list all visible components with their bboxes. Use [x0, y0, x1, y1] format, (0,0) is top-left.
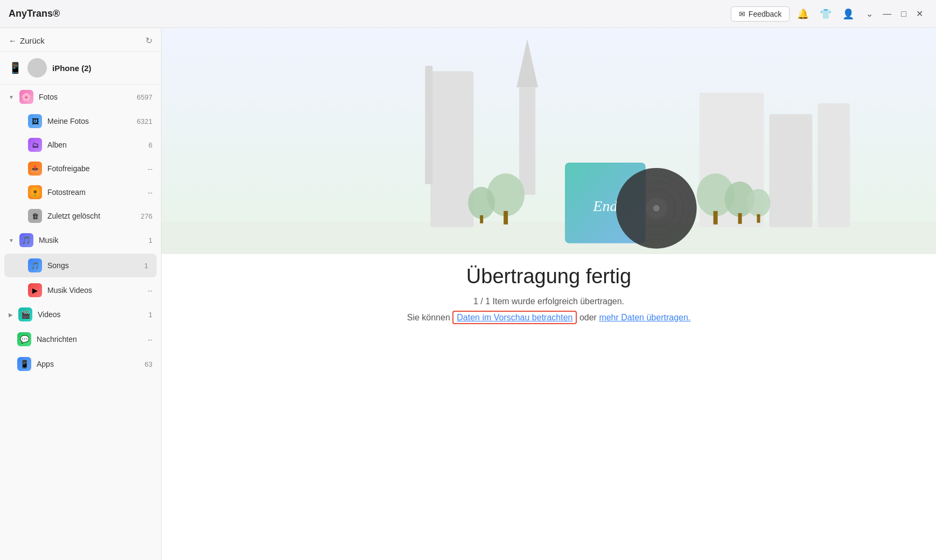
svg-rect-16: [738, 213, 742, 224]
svg-rect-8: [818, 103, 850, 227]
zuletzt-geloescht-icon: 🗑: [28, 209, 42, 223]
sub-item-fotofreigabe[interactable]: 📤 Fotofreigabe --: [0, 157, 161, 180]
category-fotos-item[interactable]: ▼ 🌸 Fotos 6597: [0, 85, 161, 109]
success-title: Übertragung fertig: [466, 265, 631, 288]
svg-text:End: End: [592, 198, 618, 214]
minimize-button[interactable]: —: [878, 6, 896, 21]
category-fotos: ▼ 🌸 Fotos 6597 🖼 Meine Fotos 6321 🗂 Albe…: [0, 85, 161, 228]
fotos-label: Fotos: [39, 93, 58, 101]
nachrichten-icon: 💬: [17, 332, 31, 346]
category-musik-item[interactable]: ▼ 🎵 Musik 1: [0, 228, 161, 253]
sub-item-fotostream[interactable]: 🌻 Fotostream --: [0, 180, 161, 204]
svg-point-17: [746, 189, 770, 217]
app-title: AnyTrans®: [9, 8, 60, 19]
svg-rect-2: [430, 71, 473, 227]
close-button[interactable]: ✕: [912, 6, 927, 21]
category-apps-item[interactable]: 📱 Apps 63: [0, 352, 161, 376]
svg-rect-12: [480, 215, 483, 223]
fotostream-icon: 🌻: [28, 185, 42, 199]
more-data-link[interactable]: mehr Daten übertragen.: [599, 313, 690, 322]
fotos-icon: 🌸: [19, 90, 33, 104]
alben-icon: 🗂: [28, 138, 42, 152]
videos-count: 1: [149, 311, 152, 319]
songs-label: Songs: [47, 261, 69, 270]
songs-count: 1: [144, 262, 148, 270]
title-bar-right: ✉ Feedback 🔔 👕 👤 ⌄ — □ ✕: [731, 6, 927, 22]
svg-point-11: [468, 187, 495, 219]
category-videos-left: ▶ 🎬 Videos: [9, 307, 61, 321]
mail-icon: ✉: [739, 10, 745, 18]
musik-count: 1: [149, 236, 152, 244]
bell-icon-button[interactable]: 🔔: [794, 6, 812, 22]
category-apps: 📱 Apps 63: [0, 352, 161, 376]
videos-label: Videos: [38, 310, 61, 319]
sub-left-fotofreigabe: 📤 Fotofreigabe: [28, 162, 90, 176]
user-icon-button[interactable]: 👤: [839, 6, 857, 22]
sub-item-musik-videos[interactable]: ▶ Musik Videos --: [0, 278, 161, 302]
apps-label: Apps: [37, 360, 54, 368]
back-arrow-icon: ←: [9, 36, 17, 45]
fotostream-label: Fotostream: [47, 188, 86, 197]
category-musik-left: ▼ 🎵 Musik: [9, 233, 58, 247]
sub-left-musik-videos: ▶ Musik Videos: [28, 283, 92, 297]
feedback-label: Feedback: [749, 10, 781, 18]
apps-icon: 📱: [17, 357, 31, 371]
svg-rect-7: [769, 114, 812, 227]
sub-left-fotostream: 🌻 Fotostream: [28, 185, 86, 199]
meine-fotos-count: 6321: [137, 117, 152, 125]
category-musik: ▼ 🎵 Musik 1 🎵 Songs 1 ▶ Musik Videos --: [0, 228, 161, 302]
sub-item-meine-fotos[interactable]: 🖼 Meine Fotos 6321: [0, 109, 161, 133]
songs-icon: 🎵: [28, 258, 42, 272]
musik-videos-icon: ▶: [28, 283, 42, 297]
zuletzt-geloescht-count: 276: [141, 212, 152, 220]
musik-videos-count: --: [148, 286, 152, 295]
preview-link[interactable]: Daten im Vorschau betrachten: [452, 311, 577, 324]
category-videos-item[interactable]: ▶ 🎬 Videos 1: [0, 302, 161, 327]
sub-item-alben[interactable]: 🗂 Alben 6: [0, 133, 161, 157]
content-area: ✕: [162, 28, 936, 560]
musik-icon: 🎵: [19, 233, 33, 247]
fotofreigabe-icon: 📤: [28, 162, 42, 176]
phone-icon: 📱: [9, 61, 22, 74]
sub-item-songs[interactable]: 🎵 Songs 1: [4, 254, 157, 277]
fotofreigabe-count: --: [148, 165, 152, 173]
category-nachrichten-item[interactable]: 💬 Nachrichten --: [0, 327, 161, 352]
maximize-button[interactable]: □: [897, 6, 911, 21]
svg-rect-18: [757, 214, 760, 223]
city-illustration: End: [162, 28, 936, 254]
title-bar: AnyTrans® ✉ Feedback 🔔 👕 👤 ⌄ — □ ✕: [0, 0, 936, 28]
svg-rect-14: [714, 211, 718, 225]
apps-count: 63: [145, 360, 152, 368]
fotos-count: 6597: [137, 93, 152, 101]
sub-left-zuletzt-geloescht: 🗑 Zuletzt gelöscht: [28, 209, 100, 223]
illustration: End: [162, 28, 936, 254]
fotostream-count: --: [148, 188, 152, 197]
refresh-button[interactable]: ↻: [145, 36, 152, 46]
title-bar-left: AnyTrans®: [9, 8, 60, 19]
alben-count: 6: [149, 141, 152, 149]
chevron-down-button[interactable]: ⌄: [862, 6, 877, 21]
main-layout: ← Zurück ↻ 📱 iPhone (2) ▼ 🌸 Fotos 6597: [0, 28, 936, 560]
success-content: Übertragung fertig 1 / 1 Item wurde erfo…: [407, 265, 691, 323]
category-nachrichten-left: 💬 Nachrichten: [9, 332, 77, 346]
category-fotos-left: ▼ 🌸 Fotos: [9, 90, 58, 104]
success-links: Sie können Daten im Vorschau betrachten …: [407, 313, 691, 323]
shirt-icon-button[interactable]: 👕: [816, 6, 835, 22]
window-controls: ⌄ — □ ✕: [862, 6, 927, 21]
sidebar-header: ← Zurück ↻: [0, 28, 161, 52]
device-avatar: [27, 58, 47, 78]
videos-icon: 🎬: [18, 307, 32, 321]
svg-rect-10: [504, 211, 508, 225]
svg-rect-5: [519, 87, 535, 195]
nachrichten-count: --: [148, 335, 152, 344]
feedback-button[interactable]: ✉ Feedback: [731, 6, 790, 22]
musik-videos-label: Musik Videos: [47, 286, 92, 295]
alben-label: Alben: [47, 141, 67, 149]
svg-rect-3: [425, 66, 432, 184]
sub-left-meine-fotos: 🖼 Meine Fotos: [28, 114, 89, 128]
device-row: 📱 iPhone (2): [0, 52, 161, 85]
sub-item-zuletzt-geloescht[interactable]: 🗑 Zuletzt gelöscht 276: [0, 204, 161, 228]
fotos-chevron-icon: ▼: [9, 94, 14, 100]
sidebar: ← Zurück ↻ 📱 iPhone (2) ▼ 🌸 Fotos 6597: [0, 28, 162, 560]
back-button[interactable]: ← Zurück: [9, 36, 45, 45]
